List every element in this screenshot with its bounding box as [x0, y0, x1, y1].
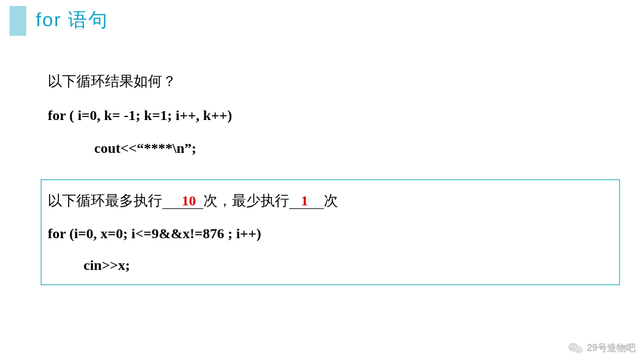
watermark-text: 29号造物吧	[587, 342, 636, 355]
title-accent-bar	[10, 6, 26, 36]
q2-answer2: 1	[300, 193, 309, 209]
question2-code-line1: for (i=0, x=0; i<=9&&x!=876 ; i++)	[48, 226, 613, 242]
q2-blank1a	[162, 192, 181, 209]
slide-content: 以下循环结果如何？ for ( i=0, k= -1; k=1; i++, k+…	[48, 72, 608, 285]
wechat-icon	[568, 342, 583, 355]
q2-prefix: 以下循环最多执行	[48, 192, 162, 208]
q2-blank1b	[197, 192, 204, 209]
question2-code-line2: cin>>x;	[48, 257, 613, 273]
svg-point-6	[580, 349, 581, 350]
svg-point-5	[577, 349, 578, 350]
svg-point-4	[574, 346, 575, 347]
question2-fill-text: 以下循环最多执行 10 次，最少执行 1 次	[48, 191, 613, 210]
question1-code-line2: cout<<“****\n”;	[48, 140, 608, 156]
question1-code-line1: for ( i=0, k= -1; k=1; i++, k++)	[48, 107, 608, 124]
q2-mid: 次，最少执行	[203, 192, 289, 208]
question1-text: 以下循环结果如何？	[48, 72, 608, 91]
page-title: for 语句	[36, 7, 109, 33]
question2-box: 以下循环最多执行 10 次，最少执行 1 次 for (i=0, x=0; i<…	[41, 179, 620, 285]
svg-point-3	[571, 346, 572, 347]
q2-blank2b	[309, 192, 324, 209]
watermark: 29号造物吧	[568, 342, 636, 355]
q2-suffix: 次	[324, 192, 338, 208]
q2-answer1: 10	[181, 193, 197, 209]
svg-point-2	[574, 346, 583, 353]
q2-blank2a	[289, 192, 299, 209]
